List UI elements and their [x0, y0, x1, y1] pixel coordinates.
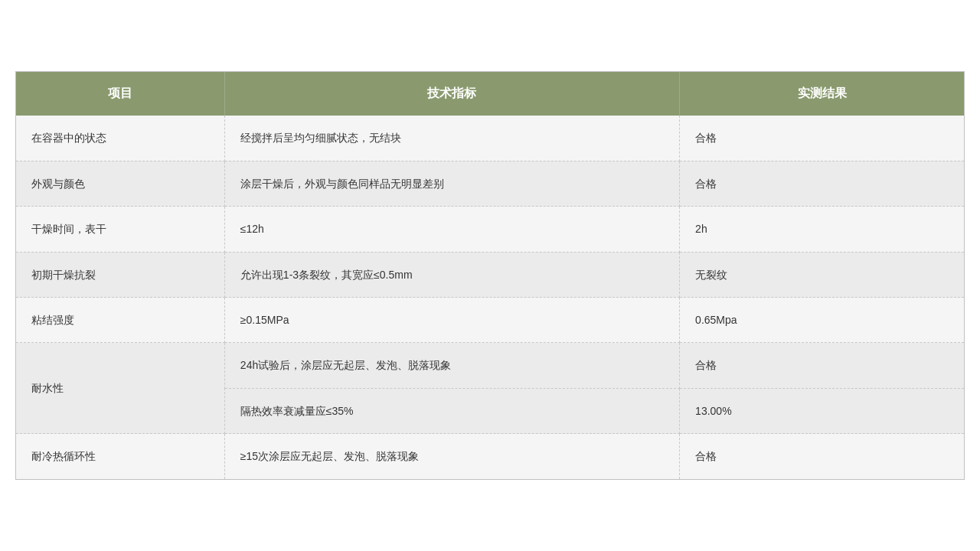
- cell-item: 粘结强度: [16, 298, 224, 343]
- table-row: 耐冷热循环性≥15次涂层应无起层、发泡、脱落现象合格: [16, 434, 964, 479]
- main-table-container: 项目 技术指标 实测结果 在容器中的状态经搅拌后呈均匀细腻状态，无结块合格外观与…: [15, 71, 965, 479]
- cell-result: 无裂纹: [680, 252, 964, 297]
- table-row: 耐水性24h试验后，涂层应无起层、发泡、脱落现象合格: [16, 343, 964, 388]
- cell-result: 13.00%: [680, 388, 964, 433]
- cell-item: 干燥时间，表干: [16, 207, 224, 252]
- header-item: 项目: [16, 72, 224, 116]
- header-actual-result: 实测结果: [680, 72, 964, 116]
- cell-item: 初期干燥抗裂: [16, 252, 224, 297]
- table-row: 粘结强度≥0.15MPa0.65Mpa: [16, 298, 964, 343]
- table-row: 外观与颜色涂层干燥后，外观与颜色同样品无明显差别合格: [16, 161, 964, 206]
- header-tech-spec: 技术指标: [224, 72, 679, 116]
- cell-result: 合格: [680, 343, 964, 388]
- cell-tech-spec: 允许出现1-3条裂纹，其宽应≤0.5mm: [224, 252, 679, 297]
- cell-item: 外观与颜色: [16, 161, 224, 206]
- cell-tech-spec: 隔热效率衰减量应≤35%: [224, 388, 679, 433]
- cell-item: 耐水性: [16, 343, 224, 434]
- cell-result: 0.65Mpa: [680, 298, 964, 343]
- table-row: 初期干燥抗裂允许出现1-3条裂纹，其宽应≤0.5mm无裂纹: [16, 252, 964, 297]
- cell-item: 在容器中的状态: [16, 116, 224, 161]
- cell-result: 合格: [680, 434, 964, 479]
- table-header-row: 项目 技术指标 实测结果: [16, 72, 964, 116]
- table-row: 在容器中的状态经搅拌后呈均匀细腻状态，无结块合格: [16, 116, 964, 161]
- cell-tech-spec: ≥15次涂层应无起层、发泡、脱落现象: [224, 434, 679, 479]
- cell-result: 合格: [680, 116, 964, 161]
- cell-item: 耐冷热循环性: [16, 434, 224, 479]
- data-table: 项目 技术指标 实测结果 在容器中的状态经搅拌后呈均匀细腻状态，无结块合格外观与…: [16, 72, 964, 478]
- cell-result: 2h: [680, 207, 964, 252]
- cell-tech-spec: ≤12h: [224, 207, 679, 252]
- table-row: 干燥时间，表干≤12h2h: [16, 207, 964, 252]
- cell-tech-spec: ≥0.15MPa: [224, 298, 679, 343]
- cell-result: 合格: [680, 161, 964, 206]
- cell-tech-spec: 24h试验后，涂层应无起层、发泡、脱落现象: [224, 343, 679, 388]
- cell-tech-spec: 经搅拌后呈均匀细腻状态，无结块: [224, 116, 679, 161]
- cell-tech-spec: 涂层干燥后，外观与颜色同样品无明显差别: [224, 161, 679, 206]
